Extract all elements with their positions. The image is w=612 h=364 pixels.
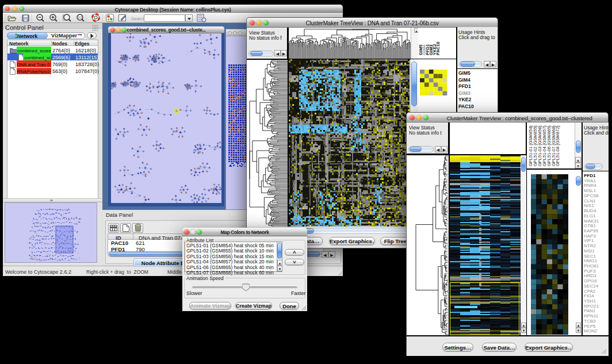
svg-text:1:1: 1:1	[78, 16, 82, 19]
